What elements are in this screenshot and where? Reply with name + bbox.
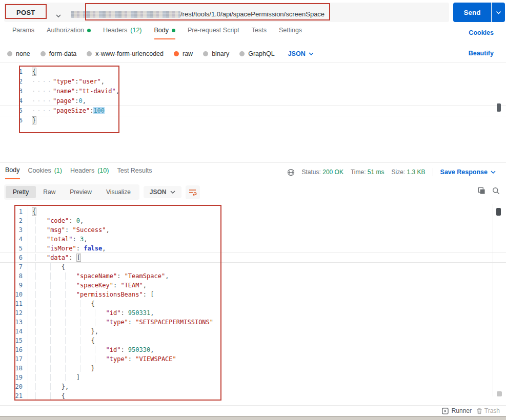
radio-icon xyxy=(41,51,46,56)
code-line: 10 "permissionsBeans": [ xyxy=(0,290,506,299)
copy-button[interactable] xyxy=(478,187,485,195)
scrollbar-corner[interactable] xyxy=(497,391,502,396)
code-line: 18 } xyxy=(0,364,506,373)
response-tab-cookies[interactable]: Cookies(1) xyxy=(28,166,62,179)
mode-none[interactable]: none xyxy=(7,50,30,57)
radio-icon xyxy=(87,51,92,56)
mode-raw[interactable]: raw xyxy=(174,50,193,57)
tab-authorization[interactable]: Authorization xyxy=(47,27,91,38)
view-segmented-control: Pretty Raw Preview Visualize xyxy=(4,184,139,200)
wrap-text-button[interactable] xyxy=(186,185,200,199)
beautify-link[interactable]: Beautify xyxy=(469,50,494,57)
code-line: 21 { xyxy=(0,391,506,401)
line-number: 3 xyxy=(0,87,24,96)
tab-params[interactable]: Params xyxy=(12,27,34,38)
save-response-button[interactable]: Save Response xyxy=(440,169,496,176)
chevron-down-icon xyxy=(309,52,314,55)
send-button[interactable]: Send xyxy=(453,3,491,22)
response-tab-headers[interactable]: Headers(10) xyxy=(70,166,109,179)
globe-icon xyxy=(287,169,295,176)
line-number: 15 xyxy=(0,336,24,345)
line-number: 1 xyxy=(0,67,24,77)
code-line: 2 "code": 0, xyxy=(0,216,506,225)
radio-icon xyxy=(239,51,245,56)
view-visualize[interactable]: Visualize xyxy=(99,186,138,198)
divider xyxy=(433,168,433,176)
line-number: 21 xyxy=(0,391,24,401)
line-number: 6 xyxy=(0,116,24,125)
view-pretty[interactable]: Pretty xyxy=(6,186,36,198)
code-line: 2····"type":"user", xyxy=(0,77,506,87)
response-meta: Status: 200 OK Time: 51 ms Size: 1.3 KB … xyxy=(287,168,496,176)
method-selector[interactable]: POST xyxy=(16,9,35,16)
line-number: 1 xyxy=(0,207,24,216)
response-format-dropdown[interactable]: JSON xyxy=(144,186,181,198)
mode-binary[interactable]: binary xyxy=(203,50,229,57)
trash-icon xyxy=(476,408,482,414)
request-body-editor[interactable]: 1{2····"type":"user",3····"name":"tt-dav… xyxy=(0,63,506,125)
line-number: 5 xyxy=(0,244,24,253)
line-number: 13 xyxy=(0,318,24,327)
line-number: 11 xyxy=(0,299,24,308)
tab-tests[interactable]: Tests xyxy=(252,27,267,38)
code-line: 16 "id": 950330, xyxy=(0,345,506,354)
line-number: 2 xyxy=(0,77,24,87)
cookies-link[interactable]: Cookies xyxy=(469,29,494,36)
bottom-strip xyxy=(0,416,506,420)
response-tabs: Body Cookies(1) Headers(10) Test Results xyxy=(0,166,152,179)
mode-graphql[interactable]: GraphQL xyxy=(239,50,274,57)
line-number: 4 xyxy=(0,96,24,106)
request-tabs: Params Authorization Headers(12) Body Pr… xyxy=(0,27,506,42)
line-number: 16 xyxy=(0,345,24,354)
response-tab-body[interactable]: Body xyxy=(5,166,20,179)
code-line: 1{ xyxy=(0,67,506,77)
line-number: 19 xyxy=(0,373,24,382)
code-line: 9 "spaceKey": "TEAM", xyxy=(0,281,506,290)
tab-body[interactable]: Body xyxy=(154,27,176,39)
code-line: 12 "id": 950331, xyxy=(0,308,506,318)
divider xyxy=(0,162,506,163)
line-number: 8 xyxy=(0,271,24,281)
view-preview[interactable]: Preview xyxy=(63,186,99,198)
line-number: 5 xyxy=(0,106,24,116)
mode-x-www-form-urlencoded[interactable]: x-www-form-urlencoded xyxy=(87,50,164,57)
send-options-chevron-icon[interactable] xyxy=(492,3,505,22)
code-line: 19 ] xyxy=(0,373,506,382)
tab-pre-request-script[interactable]: Pre-request Script xyxy=(188,27,239,38)
code-line: 8 "spaceName": "TeamSpace", xyxy=(0,271,506,281)
size-badge: Size: 1.3 KB xyxy=(392,169,426,176)
tab-headers[interactable]: Headers(12) xyxy=(103,27,141,38)
search-icon xyxy=(492,187,500,195)
search-button[interactable] xyxy=(492,187,500,195)
radio-icon xyxy=(203,51,208,56)
chevron-down-icon xyxy=(491,171,496,174)
method-chevron-down-icon[interactable] xyxy=(55,11,62,20)
line-number: 9 xyxy=(0,281,24,290)
response-editor-scrollbar[interactable] xyxy=(496,208,501,216)
response-view-toolbar: Pretty Raw Preview Visualize JSON xyxy=(4,184,200,200)
code-line: 3····"name":"tt-david", xyxy=(0,87,506,96)
response-actions xyxy=(478,187,500,195)
url-redacted-host[interactable] xyxy=(71,11,180,18)
raw-format-dropdown[interactable]: JSON xyxy=(288,50,314,57)
mode-form-data[interactable]: form-data xyxy=(41,50,77,57)
line-number: 3 xyxy=(0,225,24,235)
tab-settings[interactable]: Settings xyxy=(279,27,302,38)
trash-button[interactable]: Trash xyxy=(476,407,500,414)
line-number: 10 xyxy=(0,290,24,299)
runner-icon xyxy=(442,408,449,414)
time-badge: Time: 51 ms xyxy=(351,169,384,176)
code-line: 6} xyxy=(0,116,506,125)
body-status-dot xyxy=(172,29,175,32)
code-line: 5 "isMore": false, xyxy=(0,244,506,253)
url-input[interactable]: /rest/tools/1.0/api/spacePermission/scre… xyxy=(180,10,325,18)
code-line: 4····"page":0, xyxy=(0,96,506,106)
status-badge: Status: 200 OK xyxy=(302,169,343,176)
line-number: 6 xyxy=(0,253,24,262)
view-raw[interactable]: Raw xyxy=(36,186,63,198)
response-body-editor[interactable]: 1{2 "code": 0,3 "msg": "Success",4 "tota… xyxy=(0,204,506,401)
response-tab-test-results[interactable]: Test Results xyxy=(117,166,152,179)
headers-count: (12) xyxy=(130,27,141,34)
runner-button[interactable]: Runner xyxy=(442,407,472,414)
request-editor-scrollbar[interactable] xyxy=(497,103,501,112)
